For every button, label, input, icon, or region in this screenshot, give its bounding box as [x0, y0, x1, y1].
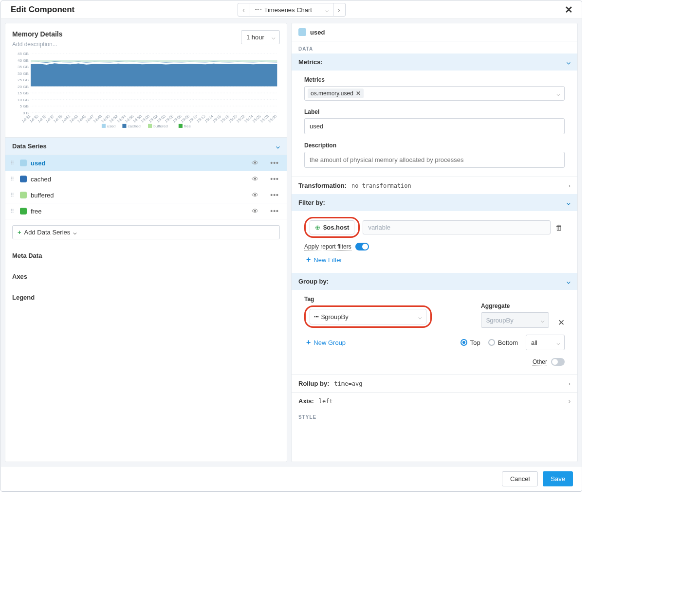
nav-axes[interactable]: Axes: [5, 266, 287, 287]
remove-chip-button[interactable]: ✕: [356, 90, 361, 97]
delete-filter-button[interactable]: 🗑: [553, 223, 565, 232]
description-field-label: Description: [304, 142, 565, 149]
color-swatch: [20, 208, 27, 215]
series-row-cached[interactable]: ⠿cached👁•••: [5, 171, 287, 187]
highlight-ring: ⫶ $groupBy ⌵: [304, 305, 432, 328]
plus-icon: +: [306, 338, 311, 347]
prev-component-button[interactable]: ‹: [238, 3, 250, 17]
drag-handle-icon[interactable]: ⠿: [10, 208, 16, 215]
limit-select[interactable]: all⌵: [526, 335, 565, 350]
chart-type-label: Timeseries Chart: [264, 6, 312, 14]
new-group-button[interactable]: +New Group: [304, 338, 346, 347]
time-range-select[interactable]: 1 hour⌵: [241, 30, 280, 44]
preview-title: Memory Details: [12, 30, 62, 38]
plus-icon: +: [18, 229, 21, 236]
remove-group-button[interactable]: ✕: [554, 318, 565, 328]
left-panel: Memory Details Add description... 1 hour…: [5, 23, 287, 462]
chevron-down-icon: ⌵: [325, 6, 329, 14]
chevron-down-icon: ⌵: [567, 199, 571, 206]
series-config-name: used: [310, 29, 325, 36]
filter-token[interactable]: ⊕ $os.host: [310, 220, 354, 234]
sliders-icon: ⫶: [313, 315, 320, 319]
filter-variable-input[interactable]: variable: [363, 220, 551, 234]
rollup-row[interactable]: Rollup by: time=avg ›: [292, 375, 577, 392]
more-menu-button[interactable]: •••: [267, 159, 282, 167]
series-color-swatch: [298, 28, 306, 36]
visibility-toggle[interactable]: 👁: [247, 191, 263, 199]
drag-handle-icon[interactable]: ⠿: [10, 176, 16, 182]
other-toggle[interactable]: [551, 358, 565, 366]
chevron-down-icon: ⌵: [556, 90, 560, 97]
next-component-button[interactable]: ›: [333, 3, 346, 17]
chart-type-select[interactable]: 〰 Timeseries Chart ⌵: [250, 3, 333, 17]
label-input[interactable]: [304, 118, 565, 134]
axis-row[interactable]: Axis: left ›: [292, 392, 577, 410]
new-filter-button[interactable]: + New Filter: [304, 255, 342, 264]
chevron-down-icon: ⌵: [556, 339, 560, 346]
more-menu-button[interactable]: •••: [267, 207, 282, 215]
group-tag-select[interactable]: ⫶ $groupBy ⌵: [310, 309, 426, 324]
chevron-down-icon: ⌵: [567, 58, 571, 66]
chevron-down-icon: ⌵: [276, 143, 280, 150]
svg-text:15:30: 15:30: [267, 114, 278, 124]
aggregate-label: Aggregate: [481, 303, 549, 309]
series-row-used[interactable]: ⠿used👁•••: [5, 155, 287, 171]
drag-handle-icon[interactable]: ⠿: [10, 160, 16, 166]
chevron-down-icon: ⌵: [541, 317, 545, 324]
close-button[interactable]: ✕: [565, 4, 573, 16]
nav-meta-data[interactable]: Meta Data: [5, 245, 287, 266]
series-row-free[interactable]: ⠿free👁•••: [5, 203, 287, 219]
series-name: buffered: [31, 192, 243, 199]
group-by-panel-header[interactable]: Group by: ⌵: [292, 273, 577, 290]
apply-report-filters-label: Apply report filters: [304, 243, 351, 250]
svg-text:15 GB: 15 GB: [18, 91, 29, 95]
svg-rect-58: [179, 124, 183, 128]
other-label: Other: [533, 358, 547, 366]
svg-text:buffered: buffered: [153, 124, 168, 128]
chart-preview: 0 B5 GB10 GB15 GB20 GB25 GB30 GB35 GB40 …: [5, 50, 287, 137]
timeseries-icon: 〰: [255, 6, 261, 14]
color-swatch: [20, 160, 27, 166]
more-menu-button[interactable]: •••: [267, 191, 282, 199]
series-config-header: used: [292, 23, 577, 41]
data-series-header[interactable]: Data Series ⌵: [5, 137, 287, 155]
svg-rect-52: [102, 124, 106, 128]
cancel-button[interactable]: Cancel: [502, 471, 538, 486]
metrics-panel-header[interactable]: Metrics: ⌵: [292, 54, 577, 71]
svg-text:free: free: [184, 124, 191, 128]
apply-report-filters-toggle[interactable]: [355, 243, 369, 250]
series-row-buffered[interactable]: ⠿buffered👁•••: [5, 187, 287, 203]
drag-handle-icon[interactable]: ⠿: [10, 192, 16, 198]
edit-component-modal: Edit Component ‹ 〰 Timeseries Chart ⌵ › …: [0, 0, 582, 492]
description-input[interactable]: [304, 152, 565, 168]
add-data-series-button[interactable]: + Add Data Series ⌵: [12, 225, 280, 239]
series-name: used: [31, 160, 243, 167]
save-button[interactable]: Save: [543, 471, 573, 486]
visibility-toggle[interactable]: 👁: [247, 175, 263, 183]
modal-header: Edit Component ‹ 〰 Timeseries Chart ⌵ › …: [1, 1, 582, 19]
filter-panel-header[interactable]: Filter by: ⌵: [292, 194, 577, 211]
color-swatch: [20, 176, 27, 182]
metrics-input[interactable]: os.memory.used✕ ⌵: [304, 86, 565, 101]
tag-label: Tag: [304, 296, 476, 303]
chevron-down-icon: ⌵: [418, 313, 422, 321]
style-section-label: STYLE: [292, 410, 577, 422]
plus-icon: +: [306, 255, 311, 264]
preview-description-placeholder[interactable]: Add description...: [12, 41, 62, 48]
visibility-toggle[interactable]: 👁: [247, 207, 263, 215]
bottom-radio[interactable]: Bottom: [488, 339, 518, 346]
visibility-toggle[interactable]: 👁: [247, 159, 263, 167]
top-radio[interactable]: Top: [461, 339, 480, 346]
svg-text:35 GB: 35 GB: [18, 65, 29, 69]
transformation-row[interactable]: Transformation: no transformation ›: [292, 177, 577, 194]
chevron-right-icon: ›: [569, 182, 571, 189]
svg-text:40 GB: 40 GB: [18, 58, 29, 63]
aggregate-select[interactable]: $groupBy⌵: [481, 312, 549, 328]
svg-text:30 GB: 30 GB: [18, 72, 29, 76]
more-menu-button[interactable]: •••: [267, 175, 282, 183]
series-name: cached: [31, 176, 243, 183]
right-panel: used DATA Metrics: ⌵ Metrics os.memory.u…: [291, 23, 578, 462]
nav-legend[interactable]: Legend: [5, 287, 287, 308]
svg-text:5 GB: 5 GB: [20, 104, 29, 108]
svg-text:45 GB: 45 GB: [18, 52, 29, 56]
